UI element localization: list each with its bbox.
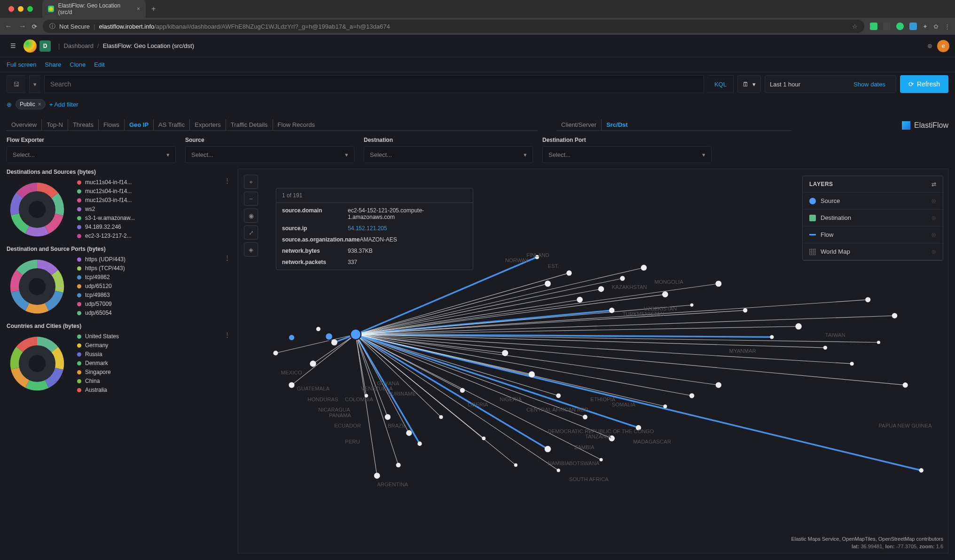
extension-icon[interactable] (909, 23, 917, 30)
close-window-button[interactable] (8, 6, 14, 12)
nav-tab[interactable]: Flow Records (273, 119, 320, 130)
reload-button[interactable]: ⟳ (32, 23, 37, 30)
nav-tab[interactable]: Geo IP (125, 119, 154, 130)
nav-tab[interactable]: Threats (68, 119, 99, 130)
legend-item[interactable]: China (77, 378, 232, 384)
donut-chart[interactable] (7, 333, 68, 394)
svg-point-101 (385, 414, 391, 420)
forward-button[interactable]: → (19, 22, 26, 31)
date-picker[interactable]: 🗓 ▾ (737, 75, 761, 93)
legend-more-icon[interactable]: ⋮ (224, 331, 230, 338)
nav-tab[interactable]: Traffic Details (226, 119, 273, 130)
legend-item[interactable]: https (TCP/443) (77, 265, 232, 272)
search-input[interactable] (44, 75, 704, 93)
layer-item[interactable]: Source◎ (803, 193, 943, 210)
refresh-button[interactable]: ⟳ Refresh (900, 75, 948, 93)
nav-tab[interactable]: Exporters (190, 119, 226, 130)
menu-toggle-button[interactable]: ☰ (6, 39, 21, 54)
compass-button[interactable]: ◉ (244, 209, 258, 223)
add-filter-link[interactable]: + Add filter (49, 101, 78, 108)
svg-point-117 (892, 313, 897, 318)
fit-bounds-button[interactable]: ⤢ (244, 226, 258, 240)
back-button[interactable]: ← (5, 22, 12, 31)
extension-icon[interactable] (883, 23, 891, 30)
donut-chart[interactable] (7, 256, 68, 317)
svg-point-27 (545, 280, 551, 287)
remove-filter-icon[interactable]: × (38, 101, 41, 108)
address-bar[interactable]: ⓘ Not Secure | elastiflow.irobert.info/a… (43, 20, 864, 33)
clone-link[interactable]: Clone (70, 61, 86, 68)
close-tab-icon[interactable]: × (137, 6, 140, 12)
extensions-menu-icon[interactable]: ✦ (923, 23, 928, 30)
nav-tab[interactable]: AS Traffic (154, 119, 190, 130)
show-dates-link[interactable]: Show dates (848, 81, 891, 88)
zoom-in-button[interactable]: + (244, 175, 258, 189)
filter-select[interactable]: Select...▾ (185, 146, 354, 163)
legend-item[interactable]: https (UDP/443) (77, 256, 232, 263)
svg-point-75 (663, 404, 667, 408)
layer-item[interactable]: Destination◎ (803, 210, 943, 226)
legend-item[interactable]: udp/65120 (77, 283, 232, 289)
legend-item[interactable]: Singapore (77, 369, 232, 375)
layers-button[interactable]: ◈ (244, 242, 258, 257)
nav-tab[interactable]: Flows (99, 119, 125, 130)
time-range-display[interactable]: Last 1 hour Show dates (765, 75, 896, 93)
saved-query-chevron[interactable]: ▾ (29, 75, 40, 93)
full-screen-link[interactable]: Full screen (7, 61, 37, 68)
legend-item[interactable]: Russia (77, 351, 232, 358)
nav-tab[interactable]: Overview (7, 119, 42, 130)
legend-item[interactable]: tcp/49863 (77, 292, 232, 298)
filter-select[interactable]: Select...▾ (7, 146, 176, 163)
share-link[interactable]: Share (45, 61, 62, 68)
nav-tab[interactable]: Client/Server (556, 119, 602, 130)
legend-item[interactable]: 94.189.32.246 (77, 224, 232, 230)
tab-favicon (48, 6, 54, 12)
legend-item[interactable]: ec2-3-123-217-2... (77, 233, 232, 239)
settings-gear-icon[interactable]: ✿ (933, 23, 939, 30)
edit-link[interactable]: Edit (94, 61, 104, 68)
layer-item[interactable]: World Map◎ (803, 243, 943, 260)
news-icon[interactable]: ⊕ (927, 42, 932, 49)
legend-item[interactable]: United States (77, 333, 232, 340)
filter-select[interactable]: Select...▾ (542, 146, 712, 163)
new-tab-button[interactable]: + (151, 5, 156, 13)
map-panel[interactable]: ⋮⋮⋮ ICELANDNORWAYFINLANDEST.KAZAKHSTANMO… (238, 169, 948, 553)
nav-tab[interactable]: Src/Dst (602, 119, 633, 130)
layer-item[interactable]: Flow◎ (803, 226, 943, 243)
legend-item[interactable]: tcp/49862 (77, 274, 232, 280)
user-avatar[interactable]: e (937, 40, 949, 52)
legend-item[interactable]: ws2 (77, 206, 232, 212)
filter-select[interactable]: Select...▾ (364, 146, 533, 163)
legend-item[interactable]: Australia (77, 387, 232, 393)
svg-text:TURKMENISTAN: TURKMENISTAN (622, 311, 664, 317)
brand: ElastiFlow (902, 119, 948, 131)
legend-item[interactable]: udp/65054 (77, 310, 232, 316)
legend-item[interactable]: udp/57009 (77, 301, 232, 307)
breadcrumb-dashboard[interactable]: Dashboard (63, 42, 94, 49)
legend-item[interactable]: muc12s04-in-f14... (77, 188, 232, 194)
browser-tab[interactable]: ElastiFlow: Geo Location (src/d × (42, 0, 146, 18)
extension-icon[interactable] (870, 23, 877, 30)
legend-more-icon[interactable]: ⋮ (224, 254, 230, 261)
legend-item[interactable]: Germany (77, 342, 232, 349)
legend-more-icon[interactable]: ⋮ (224, 177, 230, 184)
layer-add-icon[interactable]: ⇄ (932, 181, 937, 187)
kibana-logo[interactable] (23, 39, 37, 53)
legend-item[interactable]: s3-1-w.amazonaw... (77, 215, 232, 221)
bookmark-icon[interactable]: ☆ (852, 23, 858, 30)
filter-pill-public[interactable]: Public × (16, 99, 46, 109)
minimize-window-button[interactable] (18, 6, 23, 12)
maximize-window-button[interactable] (27, 6, 33, 12)
filter-toggle-icon[interactable]: ⊕ (7, 101, 12, 108)
legend-item[interactable]: muc12s03-in-f14... (77, 197, 232, 203)
kql-toggle[interactable]: KQL (708, 75, 734, 93)
svg-point-41 (662, 291, 668, 297)
saved-query-button[interactable]: 🖫 (7, 75, 25, 93)
donut-chart[interactable] (7, 179, 68, 240)
nav-tab[interactable]: Top-N (42, 119, 68, 130)
extension-icon[interactable] (896, 23, 904, 30)
browser-menu-icon[interactable]: ⋮ (944, 23, 950, 30)
legend-item[interactable]: muc11s04-in-f14... (77, 179, 232, 186)
legend-item[interactable]: Denmark (77, 360, 232, 366)
zoom-out-button[interactable]: − (244, 192, 258, 206)
